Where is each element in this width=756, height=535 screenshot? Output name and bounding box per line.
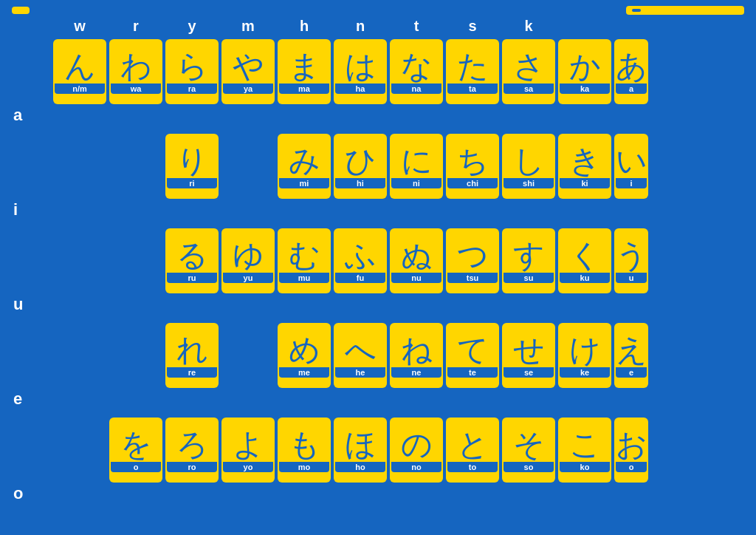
kana-char-2-2: る (176, 240, 208, 271)
kana-label-0-2: ra (167, 84, 217, 94)
empty-cell-3-3 (221, 323, 275, 388)
kana-label-4-6: no (391, 462, 441, 472)
kana-char-1-8: し (513, 146, 545, 177)
kana-char-0-1: わ (120, 51, 152, 82)
logo-ltl (632, 9, 641, 12)
header (0, 0, 756, 18)
kana-char-0-5: は (345, 51, 377, 82)
kana-cell-1-4: みmi (278, 134, 331, 199)
kana-cell-3-5: へhe (334, 323, 387, 388)
logo-area (626, 6, 744, 15)
chart-row-3: れreめmeへheねneてteせseけkeえee (7, 321, 749, 409)
kana-label-2-3: yu (223, 273, 273, 283)
empty-cell-2-1 (109, 228, 162, 293)
kana-cell-3-2: れre (165, 323, 219, 388)
kana-char-4-1: を (120, 429, 152, 460)
kana-cell-4-5: ほho (334, 418, 387, 483)
kana-label-2-9: ku (560, 273, 610, 283)
website-badge (12, 7, 30, 14)
col-header-w: w (52, 18, 108, 35)
kana-label-3-8: se (504, 367, 554, 378)
kana-cell-3-6: ねne (390, 323, 443, 388)
col-header-11 (613, 18, 650, 35)
kana-cell-0-8: さsa (502, 39, 555, 104)
kana-char-4-9: こ (569, 429, 601, 460)
kana-cell-0-0: んn/m (53, 39, 106, 104)
kana-label-4-9: ko (560, 462, 610, 472)
empty-cell-2-0 (53, 228, 106, 293)
kana-cell-4-1: をo (109, 418, 162, 483)
kana-char-0-2: ら (176, 51, 208, 82)
kana-cell-2-7: つtsu (446, 228, 499, 293)
kana-label-0-1: wa (111, 84, 161, 94)
kana-cell-4-10: おo (614, 418, 648, 483)
kana-char-0-7: た (457, 51, 489, 82)
kana-cell-4-6: のno (390, 418, 443, 483)
kana-cell-0-1: わwa (109, 39, 162, 104)
kana-cell-3-10: えe (614, 323, 648, 388)
kana-cell-4-8: そso (502, 418, 555, 483)
kana-label-1-9: ki (560, 178, 610, 188)
chart-row-4: をoろroよyoもmoほhoのnoとtoそsoこkoおoo (7, 416, 749, 503)
kana-label-2-7: tsu (447, 273, 498, 283)
kana-label-4-2: ro (167, 462, 217, 472)
kana-cell-1-2: りri (165, 134, 219, 199)
kana-label-3-4: me (279, 367, 329, 378)
kana-cell-0-9: かka (558, 39, 611, 104)
kana-char-2-9: く (569, 240, 601, 271)
kana-char-4-6: の (401, 429, 433, 460)
kana-label-2-6: nu (391, 273, 441, 283)
empty-cell-3-1 (109, 323, 162, 388)
empty-cell-1-1 (109, 134, 162, 199)
kana-label-0-8: sa (504, 84, 554, 94)
kana-label-0-5: ha (335, 84, 385, 94)
kana-char-3-9: け (569, 335, 601, 366)
kana-char-1-9: き (569, 146, 601, 177)
kana-char-0-8: さ (513, 51, 545, 82)
kana-label-1-2: ri (167, 178, 217, 188)
kana-char-1-5: ひ (345, 146, 377, 177)
kana-char-1-6: に (401, 146, 433, 177)
kana-label-1-10: i (616, 178, 647, 188)
kana-label-4-5: ho (335, 462, 385, 472)
kana-char-2-10: う (616, 240, 647, 271)
kana-char-4-8: そ (513, 429, 545, 460)
chart-row-0: んn/mわwaらraやyaまmaはhaなnaたtaさsaかkaあaa (7, 38, 749, 125)
kana-label-0-10: a (616, 84, 647, 94)
kana-char-0-4: ま (289, 51, 320, 82)
kana-char-3-10: え (616, 335, 647, 366)
kana-label-4-1: o (111, 462, 161, 472)
kana-char-3-5: へ (345, 335, 377, 366)
col-header-r: r (108, 18, 164, 35)
kana-label-1-6: ni (391, 178, 441, 188)
col-header-t: t (388, 18, 444, 35)
kana-cell-1-7: ちchi (446, 134, 499, 199)
kana-cell-0-2: らra (165, 39, 219, 104)
kana-cell-3-8: せse (502, 323, 555, 388)
kana-char-2-5: ふ (345, 240, 377, 271)
kana-cell-4-7: とto (446, 418, 499, 483)
kana-char-4-5: ほ (345, 429, 377, 460)
kana-cell-1-6: にni (390, 134, 443, 199)
empty-cell-1-3 (221, 134, 275, 199)
kana-char-3-2: れ (176, 335, 208, 366)
kana-label-2-2: ru (167, 273, 217, 283)
col-header-10 (557, 18, 613, 35)
kana-cell-1-9: きki (558, 134, 611, 199)
chart-area: んn/mわwaらraやyaまmaはhaなnaたtaさsaかkaあaaりriみmi… (0, 38, 756, 503)
col-header-n: n (332, 18, 388, 35)
kana-cell-0-4: まma (278, 39, 331, 104)
kana-label-4-3: yo (223, 462, 273, 472)
kana-label-0-3: ya (223, 84, 273, 94)
kana-label-3-7: te (447, 367, 498, 378)
col-header-s: s (444, 18, 501, 35)
row-label-right-0: a (7, 106, 52, 125)
kana-char-2-8: す (513, 240, 545, 271)
kana-label-0-0: n/m (55, 84, 105, 94)
kana-label-4-4: mo (279, 462, 329, 472)
col-header-m: m (220, 18, 276, 35)
kana-label-0-7: ta (447, 84, 498, 94)
kana-char-4-3: よ (233, 429, 264, 460)
kana-char-3-7: て (457, 335, 489, 366)
kana-cell-2-4: むmu (278, 228, 331, 293)
